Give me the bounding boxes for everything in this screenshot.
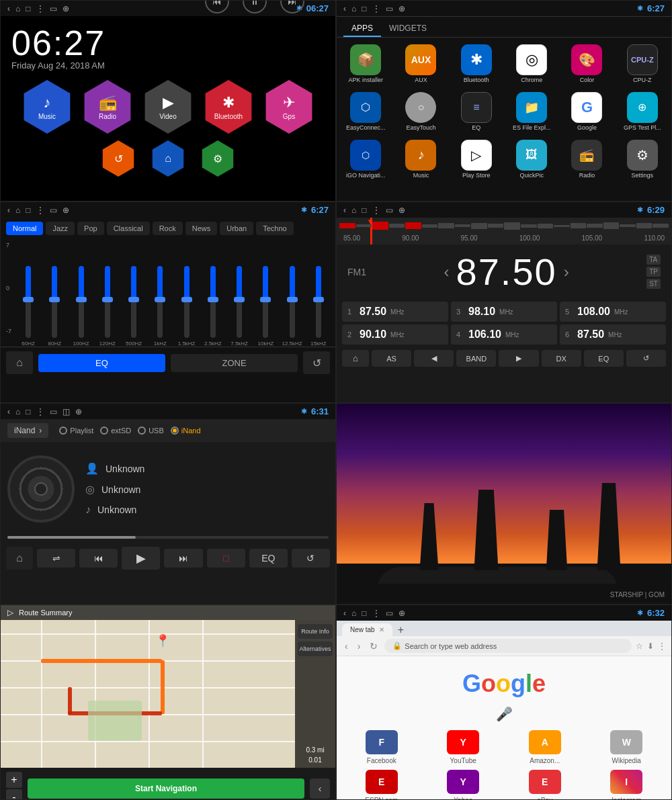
p5-progress[interactable] [1,536,335,543]
eq-home-btn[interactable]: ⌂ [6,351,33,374]
shortcut-instagram[interactable]: I Instagram [589,770,665,800]
chrome-forward-btn[interactable]: › [355,639,364,653]
radio-band-btn[interactable]: BAND [456,350,496,367]
eq-slider-125khz[interactable]: 12.5kHZ [281,266,304,347]
eq-slider-120hz[interactable]: 120HZ [96,266,119,347]
p5-usb-icon[interactable]: ⊕ [75,407,82,416]
p5-home-btn[interactable]: ⌂ [6,547,33,570]
preset-1[interactable]: 1 87.50 MHz [342,302,448,322]
app-eq[interactable]: ≡ EQ [450,89,503,134]
route-info-btn[interactable]: Route Info [298,624,333,639]
app-cpuz[interactable]: CPU-Z CPU-Z [616,42,669,87]
p4-cast-icon[interactable]: ▭ [386,206,393,215]
radio-dx-btn[interactable]: DX [542,350,581,367]
shortcut-espn[interactable]: E ESPN.com [343,770,420,800]
radio-prev-track-btn[interactable]: ◀ [414,350,454,367]
app-easytouch[interactable]: ○ EasyTouch [394,89,447,134]
p5-home-icon[interactable]: ⌂ [15,407,20,416]
repeat-btn[interactable]: □ [207,549,245,568]
opt-extsd[interactable]: extSD [100,427,131,435]
p5-recent-icon[interactable]: □ [26,407,30,416]
radio-eq-btn[interactable]: EQ [584,350,624,367]
radio-prev-btn[interactable]: ‹ [444,263,450,281]
start-navigation-btn[interactable]: Start Navigation [28,779,304,799]
shortcut-amazon[interactable]: A Amazon... [507,730,583,764]
opt-inand[interactable]: iNand [171,427,201,435]
preset-3[interactable]: 3 98.10 MHz [451,302,557,322]
prev-track-btn[interactable]: ⏮ [79,549,118,568]
p8-recent-icon[interactable]: □ [362,609,366,618]
shortcut-yahoo[interactable]: Y Yahoo [425,770,502,800]
eq-slider-500hz[interactable]: 500HZ [122,266,145,347]
p3-menu-icon[interactable]: ⋮ [36,206,44,215]
source-folder-btn[interactable]: iNand › [7,423,48,438]
app-radio[interactable]: 📻 Radio [560,137,613,182]
app-esfile[interactable]: 📁 ES File Expl... [505,89,558,134]
p4-back-icon[interactable]: ‹ [343,206,346,215]
eq-back-btn[interactable]: ↺ [303,351,330,374]
eq-slider-60hz[interactable]: 60HZ [17,266,40,347]
next-track-btn[interactable]: ⏭ [164,549,202,568]
hex-gps[interactable]: ✈ Gps [262,80,316,134]
app-color[interactable]: 🎨 Color [560,42,613,87]
preset-normal[interactable]: Normal [6,222,43,235]
radio-back-btn[interactable]: ↺ [626,350,666,367]
alternatives-btn[interactable]: Alternatives [298,641,333,656]
hex-radio[interactable]: 📻 Radio [81,80,134,134]
hex-back[interactable]: ↺ [100,140,136,177]
music-eq-btn[interactable]: EQ [249,549,288,568]
app-chrome[interactable]: ◎ Chrome [505,42,558,87]
chrome-refresh-btn[interactable]: ↻ [367,639,380,653]
eq-slider-100hz[interactable]: 100HZ [70,266,93,347]
map-area[interactable]: 📍 Route Info Alternatives 0.3 mi 0.01 [1,620,335,768]
pause-btn[interactable]: ⏸ [243,0,267,13]
p5-cast-icon[interactable]: ▭ [50,407,57,416]
p8-menu-icon[interactable]: ⋮ [372,609,380,618]
preset-4[interactable]: 4 106.10 MHz [451,324,557,345]
preset-5[interactable]: 5 108.00 MHz [560,302,666,322]
zone-btn[interactable]: ZONE [171,354,298,372]
google-mic-btn[interactable]: 🎤 [496,706,513,722]
p5-back-icon[interactable]: ‹ [7,407,10,416]
shortcut-wikipedia[interactable]: W Wikipedia [589,730,665,764]
nav-back-btn[interactable]: ‹ [310,779,330,799]
p3-back-icon[interactable]: ‹ [7,206,10,215]
app-google[interactable]: G Google [560,89,613,134]
radio-next-track-btn[interactable]: ▶ [499,350,538,367]
hex-music[interactable]: ♪ Music [20,80,74,134]
shortcut-youtube[interactable]: Y YouTube [425,730,502,764]
preset-pop[interactable]: Pop [77,222,104,235]
preset-techno[interactable]: Techno [256,222,293,235]
app-playstore[interactable]: ▷ Play Store [450,137,503,182]
shuffle-btn[interactable]: ⇌ [37,549,75,568]
opt-usb[interactable]: USB [138,427,164,435]
app-quickpic[interactable]: 🖼 QuickPic [505,137,558,182]
p5-usb2-icon[interactable]: ◫ [62,407,70,416]
hex-home[interactable]: ⌂ [150,140,186,177]
p2-cast-icon[interactable]: ▭ [386,4,393,13]
radio-next-btn[interactable]: › [564,263,569,281]
eq-slider-80hz[interactable]: 80HZ [43,266,66,347]
preset-rock[interactable]: Rock [153,222,183,235]
hex-bluetooth[interactable]: ✱ Bluetooth [202,80,255,134]
p4-usb-icon[interactable]: ⊕ [398,206,405,215]
app-igo[interactable]: ⬡ iGO Navigati... [339,137,392,182]
app-music[interactable]: ♪ Music [394,137,447,182]
chrome-menu-btn[interactable]: ⋮ [658,641,666,651]
p8-usb-icon[interactable]: ⊕ [398,609,405,618]
p2-usb-icon[interactable]: ⊕ [398,4,405,13]
p8-back-icon[interactable]: ‹ [343,609,346,618]
hex-settings[interactable]: ⚙ [200,140,236,177]
p8-cast-icon[interactable]: ▭ [386,609,393,618]
app-gpstest[interactable]: ⊕ GPS Test Pl... [616,89,669,134]
next-btn[interactable]: ⏭ [280,0,304,13]
eq-slider-25khz[interactable]: 2.5kHZ [202,266,224,347]
p4-recent-icon[interactable]: □ [362,206,366,215]
preset-news[interactable]: News [185,222,218,235]
chrome-back-btn[interactable]: ‹ [342,639,351,653]
preset-6[interactable]: 6 87.50 MHz [560,324,666,345]
prev-btn[interactable]: ⏮ [205,0,229,13]
preset-2[interactable]: 2 90.10 MHz [342,324,448,345]
eq-slider-10khz[interactable]: 10kHZ [254,266,277,347]
eq-slider-15k[interactable]: 15kHZ [307,266,330,347]
